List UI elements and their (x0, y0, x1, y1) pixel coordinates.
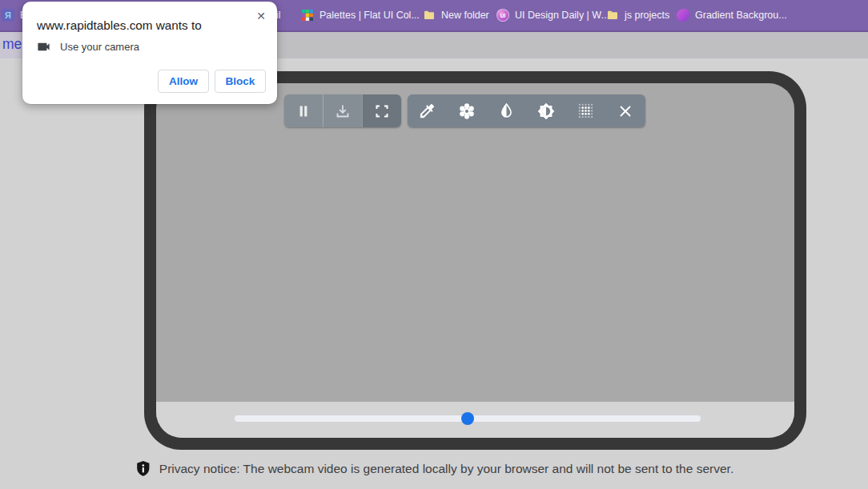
fullscreen-button[interactable] (362, 94, 401, 127)
webcam-device-frame (144, 71, 806, 450)
permission-label: Use your camera (60, 41, 139, 53)
allow-button[interactable]: Allow (158, 70, 209, 93)
webcam-control-strip (156, 402, 794, 438)
invert-colors-icon (497, 102, 516, 120)
privacy-notice-text: Privacy notice: The webcam video is gene… (159, 462, 733, 476)
camera-permission-dialog: www.rapidtables.com wants to ✕ Use your … (22, 2, 277, 104)
brightness-button[interactable] (527, 94, 567, 127)
dialog-buttons: Allow Block (158, 70, 266, 93)
effects-flower-icon (457, 102, 476, 121)
pixelate-button[interactable] (566, 94, 606, 127)
bookmark-palettes[interactable]: Palettes | Flat UI Col... (301, 0, 420, 30)
home-link-partial[interactable]: me (2, 36, 22, 53)
ui-circle-badge-icon: UI (496, 9, 509, 22)
webcam-video-area (156, 83, 794, 438)
dialog-close-button[interactable]: ✕ (253, 8, 269, 24)
bookmark-label: js projects (625, 10, 669, 21)
privacy-notice: Privacy notice: The webcam video is gene… (135, 459, 733, 478)
slider-thumb[interactable] (461, 412, 474, 425)
pixelate-grid-icon (577, 102, 595, 120)
fullscreen-icon (372, 102, 392, 121)
close-icon (616, 102, 635, 121)
close-webcam-button[interactable] (606, 94, 646, 127)
permission-row: Use your camera (36, 39, 139, 54)
r-logo-favicon: Я (2, 9, 14, 22)
bookmark-ui-design-daily[interactable]: UI UI Design Daily | W... (496, 0, 609, 30)
color-picker-button[interactable] (408, 94, 448, 127)
invert-colors-button[interactable] (487, 94, 527, 127)
pause-button[interactable] (284, 94, 323, 127)
shield-info-icon (135, 459, 152, 478)
bookmark-js-projects[interactable]: js projects (606, 0, 669, 30)
gradient-drop-icon (677, 9, 689, 22)
video-camera-icon (36, 39, 51, 54)
brightness-icon (536, 102, 556, 121)
effects-button[interactable] (448, 94, 488, 127)
download-button[interactable] (323, 94, 362, 127)
toolbar-playback-group (284, 94, 401, 127)
bookmark-new-folder[interactable]: New folder (423, 0, 489, 30)
folder-icon (606, 9, 619, 22)
download-icon (333, 102, 352, 121)
toolbar-effects-group (408, 94, 645, 127)
folder-icon (423, 9, 436, 22)
bookmark-label: New folder (441, 10, 489, 21)
bookmark-gradient-backgrounds[interactable]: Gradient Backgrou... (677, 0, 787, 30)
block-button[interactable]: Block (215, 70, 266, 93)
bookmark-label: Gradient Backgrou... (695, 10, 787, 21)
webcam-toolbar (284, 94, 645, 127)
screen-root: Я E ail Palettes | Flat UI Col... New fo… (0, 0, 868, 489)
bookmark-label: UI Design Daily | W... (515, 10, 609, 21)
color-palette-icon (301, 9, 314, 22)
pause-icon (294, 102, 313, 121)
color-picker-icon (418, 102, 436, 120)
bookmark-label: Palettes | Flat UI Col... (319, 10, 420, 21)
dialog-title: www.rapidtables.com wants to (37, 18, 202, 33)
webcam-slider-track[interactable] (235, 415, 701, 422)
